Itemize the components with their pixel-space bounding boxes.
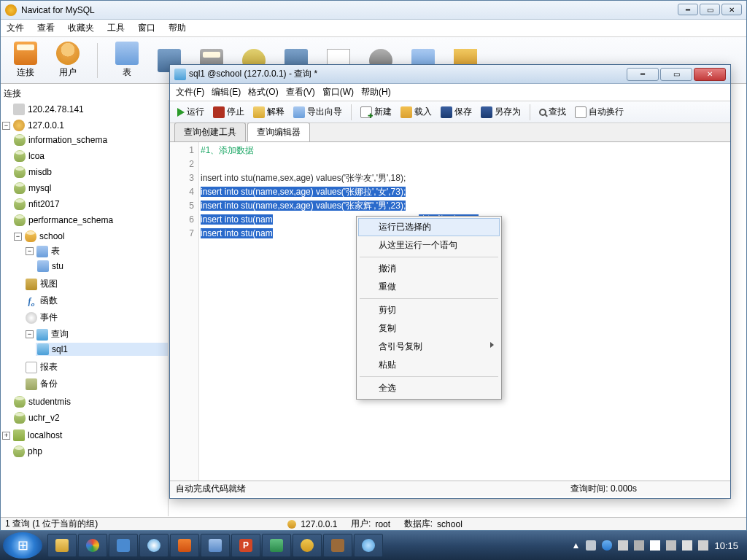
- main-minimize-button[interactable]: ━: [678, 4, 698, 15]
- db-misdb[interactable]: misdb: [12, 166, 168, 179]
- task-app7[interactable]: [323, 534, 352, 557]
- user-button[interactable]: 用户: [49, 42, 87, 79]
- run-button[interactable]: 运行: [174, 105, 207, 119]
- task-powerpoint[interactable]: P: [231, 534, 260, 557]
- child-minimize-button[interactable]: ━: [627, 68, 659, 81]
- ctx-cut[interactable]: 剪切: [358, 301, 500, 319]
- tab-query-builder[interactable]: 查询创建工具: [174, 122, 246, 141]
- menu-view[interactable]: 查看: [37, 22, 55, 34]
- task-app6[interactable]: [293, 534, 322, 557]
- task-app4[interactable]: [201, 534, 230, 557]
- tray-net-icon[interactable]: [666, 540, 676, 551]
- task-app5[interactable]: [262, 534, 291, 557]
- cmenu-format[interactable]: 格式(O): [248, 86, 278, 98]
- db-php[interactable]: php: [1, 445, 168, 458]
- task-app3[interactable]: [170, 534, 199, 557]
- wrap-button[interactable]: 自动换行: [572, 105, 627, 119]
- menu-favorites[interactable]: 收藏夹: [68, 22, 94, 34]
- separator: [360, 376, 498, 377]
- tray-up-icon[interactable]: ▲: [572, 540, 581, 551]
- db-mysql[interactable]: mysql: [12, 182, 168, 195]
- ctx-redo[interactable]: 重做: [358, 278, 500, 296]
- db-school[interactable]: −school: [12, 230, 168, 243]
- tray-clock[interactable]: 10:15: [714, 540, 738, 551]
- tray-app-icon[interactable]: [618, 540, 628, 551]
- task-explorer[interactable]: [47, 534, 77, 557]
- ctx-run-statement[interactable]: 从这里运行一个语句: [358, 236, 500, 254]
- cmenu-file[interactable]: 文件(F): [176, 86, 204, 98]
- menu-tools[interactable]: 工具: [107, 22, 125, 34]
- table-stu[interactable]: stu: [36, 260, 168, 273]
- child-titlebar: sql1 @school (127.0.0.1) - 查询 * ━ ▭ ✕: [170, 65, 730, 84]
- ctx-select-all[interactable]: 全选: [358, 379, 500, 397]
- school-queries[interactable]: −查询: [24, 327, 168, 341]
- server-local[interactable]: −127.0.0.1: [1, 119, 168, 132]
- stop-button[interactable]: 停止: [210, 105, 247, 119]
- main-maximize-button[interactable]: ▭: [700, 4, 720, 15]
- table-button[interactable]: 表: [108, 42, 146, 79]
- main-close-button[interactable]: ✕: [721, 4, 742, 15]
- db-performance-schema[interactable]: performance_schema: [12, 214, 168, 227]
- child-menu-bar: 文件(F) 编辑(E) 格式(O) 查看(V) 窗口(W) 帮助(H): [170, 84, 730, 101]
- connections-tree[interactable]: 120.24.78.141 −127.0.0.1 information_sch…: [1, 100, 169, 516]
- export-wizard-button[interactable]: 导出向导: [290, 105, 345, 119]
- app-title: Navicat for MySQL: [21, 5, 742, 15]
- save-button[interactable]: 保存: [438, 105, 475, 119]
- tray-keyboard-icon[interactable]: [586, 540, 596, 551]
- menu-help[interactable]: 帮助: [169, 22, 186, 34]
- tray-vol-icon[interactable]: [698, 540, 708, 551]
- menu-file[interactable]: 文件: [7, 22, 24, 34]
- separator: [530, 104, 530, 120]
- ctx-copy-quoted[interactable]: 含引号复制: [358, 338, 500, 356]
- task-chrome[interactable]: [78, 534, 107, 557]
- child-maximize-button[interactable]: ▭: [660, 68, 692, 81]
- start-button[interactable]: ⊞: [3, 532, 42, 559]
- ctx-undo[interactable]: 撤消: [358, 260, 500, 278]
- db-uchr-v2[interactable]: uchr_v2: [12, 411, 168, 424]
- ctx-copy[interactable]: 复制: [358, 319, 500, 338]
- school-tables[interactable]: −表: [24, 244, 168, 258]
- tray-app2-icon[interactable]: [634, 540, 644, 551]
- cmenu-help[interactable]: 帮助(H): [361, 86, 391, 98]
- task-app1[interactable]: [109, 534, 138, 557]
- menu-window[interactable]: 窗口: [138, 22, 155, 34]
- school-views[interactable]: 视图: [24, 277, 168, 291]
- status-user: root: [375, 519, 390, 529]
- server-localhost[interactable]: +localhost: [1, 429, 168, 442]
- cmenu-edit[interactable]: 编辑(E): [212, 86, 241, 98]
- db-nfit2017[interactable]: nfit2017: [12, 198, 168, 211]
- separator: [97, 43, 98, 78]
- ctx-run-selected[interactable]: 运行已选择的: [358, 218, 500, 236]
- server-remote[interactable]: 120.24.78.141: [1, 103, 168, 116]
- query-sql1[interactable]: sql1: [36, 343, 168, 356]
- task-app8[interactable]: [354, 534, 383, 557]
- child-close-button[interactable]: ✕: [694, 68, 726, 81]
- find-button[interactable]: 查找: [536, 105, 569, 119]
- tray-action-icon[interactable]: [682, 540, 692, 551]
- system-tray: ▲ 10:15: [565, 540, 746, 551]
- db-lcoa[interactable]: lcoa: [12, 149, 168, 163]
- child-status-left: 自动完成代码就绪: [176, 483, 246, 495]
- school-reports[interactable]: 报表: [24, 360, 168, 374]
- load-button[interactable]: 载入: [398, 105, 435, 119]
- tray-shield-icon[interactable]: [602, 540, 612, 551]
- child-status-bar: 自动完成代码就绪 查询时间: 0.000s: [170, 481, 730, 497]
- task-app2[interactable]: [139, 534, 169, 557]
- editor-context-menu: 运行已选择的 从这里运行一个语句 撤消 重做 剪切 复制 含引号复制 粘贴 全选: [356, 216, 502, 400]
- db-information-schema[interactable]: information_schema: [12, 133, 168, 147]
- school-functions[interactable]: fo函数: [24, 294, 168, 308]
- db-studentmis[interactable]: studentmis: [12, 395, 168, 408]
- school-backup[interactable]: 备份: [24, 377, 168, 391]
- status-db-label: 数据库:: [404, 518, 433, 530]
- cmenu-window[interactable]: 窗口(W): [322, 86, 354, 98]
- tray-flag-icon[interactable]: [650, 540, 660, 551]
- saveas-button[interactable]: 另存为: [478, 105, 524, 119]
- ctx-paste[interactable]: 粘贴: [358, 356, 500, 374]
- explain-button[interactable]: 解释: [250, 105, 287, 119]
- new-button[interactable]: 新建: [357, 105, 395, 119]
- connect-button[interactable]: 连接: [7, 42, 44, 79]
- main-titlebar: Navicat for MySQL ━ ▭ ✕: [1, 1, 746, 20]
- school-events[interactable]: 事件: [24, 311, 168, 324]
- cmenu-view[interactable]: 查看(V): [286, 86, 315, 98]
- tab-query-editor[interactable]: 查询编辑器: [247, 122, 310, 141]
